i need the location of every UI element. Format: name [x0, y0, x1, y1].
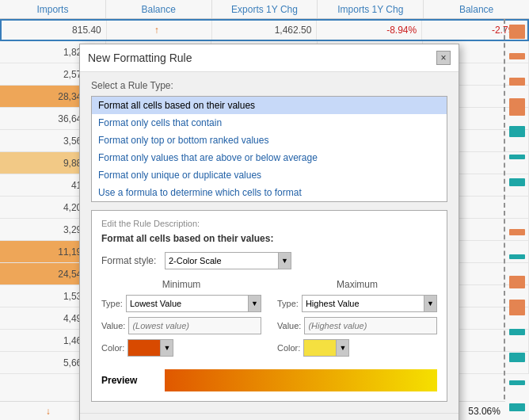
edit-section-title: Format all cells based on their values:: [101, 233, 437, 244]
rule-item-0[interactable]: Format all cells based on their values: [92, 97, 447, 114]
min-type-dropdown[interactable]: Lowest Value ▼: [126, 295, 261, 312]
max-value-input[interactable]: [304, 317, 437, 334]
dialog-title: New Formatting Rule: [88, 52, 192, 64]
min-color-arrow[interactable]: ▼: [160, 340, 173, 356]
dialog-titlebar: New Formatting Rule ×: [80, 44, 459, 72]
dialog-footer: OK Cancel: [80, 413, 459, 420]
max-color-row: Color: ▼: [277, 339, 437, 357]
min-value-input[interactable]: [128, 317, 261, 334]
format-style-dropdown[interactable]: 2-Color Scale ▼: [165, 252, 291, 269]
min-color-swatch: [128, 340, 160, 356]
max-type-arrow[interactable]: ▼: [424, 296, 436, 311]
max-type-value: Highest Value: [303, 296, 424, 311]
max-type-dropdown[interactable]: Highest Value ▼: [302, 295, 437, 312]
color-label: Color:: [101, 343, 124, 353]
min-max-container: Minimum Type: Lowest Value ▼ Value: Colo…: [101, 279, 437, 361]
preview-row: Preview: [101, 369, 437, 391]
value-label: Value:: [101, 321, 125, 330]
max-value-row: Value:: [277, 317, 437, 334]
min-type-arrow[interactable]: ▼: [248, 296, 261, 311]
format-style-value: 2-Color Scale: [166, 253, 278, 269]
formatting-rule-dialog: New Formatting Rule × Select a Rule Type…: [79, 44, 459, 420]
format-style-row: Format style: 2-Color Scale ▼: [101, 252, 437, 269]
select-rule-label: Select a Rule Type:: [91, 80, 447, 91]
color-label-max: Color:: [277, 343, 300, 353]
min-value-row: Value:: [101, 317, 261, 334]
format-style-label: Format style:: [101, 255, 165, 266]
rule-item-2[interactable]: Format only top or bottom ranked values: [92, 132, 447, 149]
max-color-arrow[interactable]: ▼: [336, 340, 348, 356]
dialog-body: Select a Rule Type: Format all cells bas…: [80, 72, 459, 413]
rule-item-1[interactable]: Format only cells that contain: [92, 114, 447, 132]
type-label: Type:: [101, 299, 123, 308]
rule-item-4[interactable]: Format only unique or duplicate values: [92, 166, 447, 184]
min-label: Minimum: [101, 279, 261, 290]
format-style-arrow[interactable]: ▼: [278, 253, 291, 269]
close-button[interactable]: ×: [436, 51, 451, 65]
rule-type-list[interactable]: Format all cells based on their values F…: [91, 96, 447, 202]
edit-section-label: Edit the Rule Description:: [101, 219, 437, 228]
min-section: Minimum Type: Lowest Value ▼ Value: Colo…: [101, 279, 261, 361]
edit-rule-section: Edit the Rule Description: Format all ce…: [91, 210, 447, 402]
max-section: Maximum Type: Highest Value ▼ Value: Col…: [277, 279, 437, 361]
rule-item-5[interactable]: Use a formula to determine which cells t…: [92, 184, 447, 201]
value-label-max: Value:: [277, 321, 301, 330]
max-color-swatch: [304, 340, 336, 356]
preview-bar: [165, 369, 437, 391]
max-type-row: Type: Highest Value ▼: [277, 295, 437, 312]
min-color-row: Color: ▼: [101, 339, 261, 357]
preview-label: Preview: [101, 375, 157, 386]
max-label: Maximum: [277, 279, 437, 290]
min-color-picker[interactable]: ▼: [127, 339, 173, 357]
rule-item-3[interactable]: Format only values that are above or bel…: [92, 149, 447, 166]
max-color-picker[interactable]: ▼: [303, 339, 349, 357]
min-type-value: Lowest Value: [127, 296, 248, 311]
type-label-max: Type:: [277, 299, 299, 308]
min-type-row: Type: Lowest Value ▼: [101, 295, 261, 312]
